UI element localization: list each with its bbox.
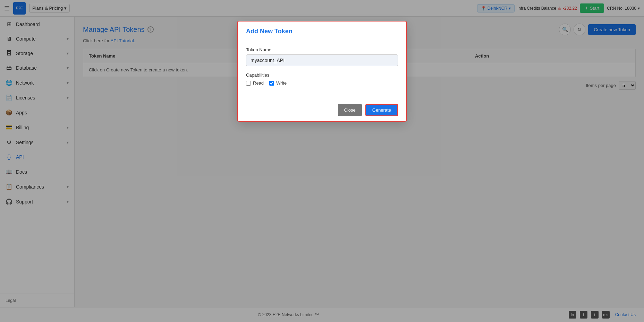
- read-label: Read: [253, 80, 264, 86]
- write-checkbox[interactable]: [269, 81, 274, 86]
- checkbox-group: Read Write: [246, 80, 398, 86]
- capabilities-label: Capabilities: [246, 72, 398, 78]
- modal-title: Add New Token: [246, 28, 293, 35]
- capabilities-section: Capabilities Read Write: [246, 72, 398, 86]
- modal-body: Token Name Capabilities Read Write: [238, 40, 406, 93]
- write-checkbox-item[interactable]: Write: [269, 80, 287, 86]
- token-name-input[interactable]: [246, 54, 398, 66]
- modal-footer: Close Generate: [238, 99, 406, 121]
- write-label: Write: [276, 80, 287, 86]
- modal-overlay: Add New Token Token Name Capabilities Re…: [0, 0, 644, 322]
- generate-button[interactable]: Generate: [365, 104, 398, 116]
- add-token-modal: Add New Token Token Name Capabilities Re…: [237, 21, 407, 122]
- close-button[interactable]: Close: [338, 104, 362, 116]
- token-name-label: Token Name: [246, 47, 398, 52]
- modal-header: Add New Token: [238, 21, 406, 40]
- read-checkbox[interactable]: [246, 81, 251, 86]
- read-checkbox-item[interactable]: Read: [246, 80, 264, 86]
